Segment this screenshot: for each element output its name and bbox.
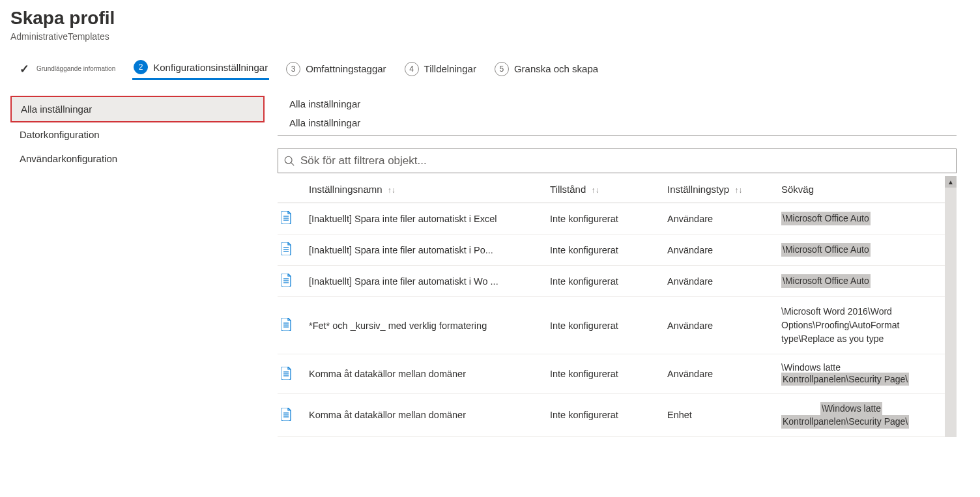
settings-table-wrap: ▲ Inställningsnamn ↑↓ xyxy=(278,176,957,437)
setting-name: Komma åt datakällor mellan domäner xyxy=(305,394,546,436)
document-icon xyxy=(281,408,293,422)
sidebar-item-all-settings[interactable]: Alla inställningar xyxy=(10,96,265,122)
step-review-create[interactable]: 5 Granska och skapa xyxy=(493,59,599,79)
sidebar-item-computer-config[interactable]: Datorkonfiguration xyxy=(10,122,265,147)
sort-icon: ↑↓ xyxy=(591,186,599,195)
settings-tree: Alla inställningar Datorkonfiguration An… xyxy=(10,96,265,437)
setting-path: \Windows latteKontrollpanelen\Security P… xyxy=(777,394,957,436)
sort-icon: ↑↓ xyxy=(388,186,396,195)
page-title: Skapa profil xyxy=(10,8,970,29)
step-number-icon: 2 xyxy=(134,60,148,74)
table-row[interactable]: Komma åt datakällor mellan domänerInte k… xyxy=(278,394,957,436)
setting-state: Inte konfigurerat xyxy=(546,394,663,436)
step-number-icon: 4 xyxy=(405,62,419,76)
setting-type: Användare xyxy=(663,354,777,394)
wizard-steps: ✓ Grundläggande information 2 Konfigurat… xyxy=(10,57,970,87)
step-basics[interactable]: ✓ Grundläggande information xyxy=(16,59,117,79)
table-row[interactable]: [Inaktuellt] Spara inte filer automatisk… xyxy=(278,266,957,297)
setting-state: Inte konfigurerat xyxy=(546,234,663,266)
col-header-path[interactable]: Sökväg xyxy=(777,176,957,203)
step-assignments[interactable]: 4 Tilldelningar xyxy=(403,59,478,79)
setting-path: \Microsoft Office Auto xyxy=(777,203,957,234)
step-scope-tags[interactable]: 3 Omfattningstaggar xyxy=(285,59,387,79)
search-icon xyxy=(283,155,295,167)
table-row[interactable]: [Inaktuellt] Spara inte filer automatisk… xyxy=(278,234,957,266)
document-icon xyxy=(281,211,293,225)
setting-name: Komma åt datakällor mellan domäner xyxy=(305,354,546,394)
page-subtitle: AdministrativeTemplates xyxy=(10,31,970,42)
setting-state: Inte konfigurerat xyxy=(546,203,663,234)
table-header-row: Inställningsnamn ↑↓ Tillstånd ↑↓ Inställ… xyxy=(278,176,957,203)
setting-name: *Fet* och _kursiv_ med verklig formateri… xyxy=(305,297,546,354)
search-input[interactable] xyxy=(299,154,951,168)
document-icon xyxy=(281,242,293,257)
sort-icon: ↑↓ xyxy=(734,186,742,195)
settings-table: Inställningsnamn ↑↓ Tillstånd ↑↓ Inställ… xyxy=(278,176,957,437)
table-row[interactable]: [Inaktuellt] Spara inte filer automatisk… xyxy=(278,203,957,234)
setting-state: Inte konfigurerat xyxy=(546,297,663,354)
setting-type: Användare xyxy=(663,234,777,266)
setting-path: \Windows latteKontrollpanelen\Security P… xyxy=(777,354,957,394)
step-configuration-settings[interactable]: 2 Konfigurationsinställningar xyxy=(132,57,269,80)
check-icon: ✓ xyxy=(17,62,31,76)
setting-state: Inte konfigurerat xyxy=(546,354,663,394)
step-number-icon: 3 xyxy=(286,62,300,76)
breadcrumb-line-2: Alla inställningar xyxy=(278,115,957,135)
svg-point-0 xyxy=(285,156,292,163)
setting-type: Enhet xyxy=(663,394,777,436)
step-number-icon: 5 xyxy=(495,62,509,76)
col-header-state[interactable]: Tillstånd ↑↓ xyxy=(546,176,663,203)
col-header-name[interactable]: Inställningsnamn ↑↓ xyxy=(305,176,546,203)
table-row[interactable]: *Fet* och _kursiv_ med verklig formateri… xyxy=(278,297,957,354)
breadcrumb-line-1: Alla inställningar xyxy=(278,96,957,115)
document-icon xyxy=(281,367,293,381)
sidebar-item-user-config[interactable]: Användarkonfiguration xyxy=(10,147,265,171)
setting-type: Användare xyxy=(663,297,777,354)
setting-name: [Inaktuellt] Spara inte filer automatisk… xyxy=(305,234,546,266)
setting-type: Användare xyxy=(663,203,777,234)
col-header-type[interactable]: Inställningstyp ↑↓ xyxy=(663,176,777,203)
setting-name: [Inaktuellt] Spara inte filer automatisk… xyxy=(305,266,546,297)
divider xyxy=(278,135,957,135)
search-input-wrapper[interactable] xyxy=(278,149,957,173)
table-row[interactable]: Komma åt datakällor mellan domänerInte k… xyxy=(278,354,957,394)
setting-path: \Microsoft Office Auto xyxy=(777,234,957,266)
setting-path: \Microsoft Word 2016\Word Options\Proofi… xyxy=(777,297,957,354)
document-icon xyxy=(281,318,293,332)
setting-type: Användare xyxy=(663,266,777,297)
setting-name: [Inaktuellt] Spara inte filer automatisk… xyxy=(305,203,546,234)
svg-line-1 xyxy=(291,163,295,166)
setting-state: Inte konfigurerat xyxy=(546,266,663,297)
setting-path: \Microsoft Office Auto xyxy=(777,266,957,297)
document-icon xyxy=(281,274,293,288)
